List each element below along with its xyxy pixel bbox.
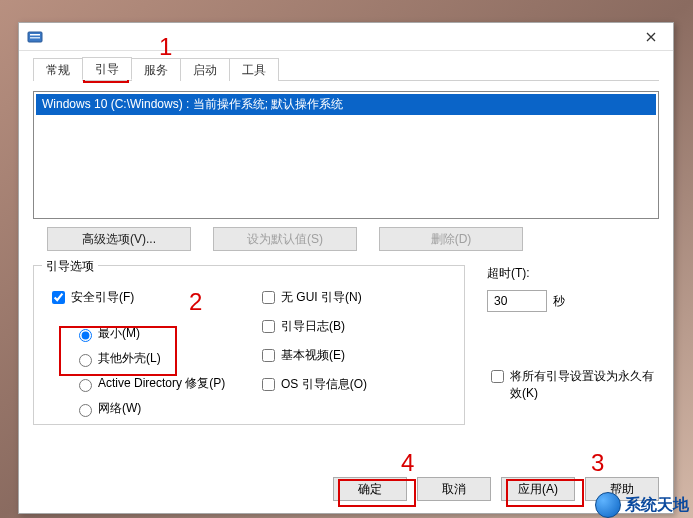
close-button[interactable]	[629, 23, 673, 51]
set-default-button: 设为默认值(S)	[213, 227, 357, 251]
safe-boot-label: 安全引导(F)	[71, 289, 134, 306]
bootlog-checkbox[interactable]: 引导日志(B)	[258, 317, 367, 336]
osbootinfo-input[interactable]	[262, 378, 275, 391]
dialog-body: 常规 引导 服务 启动 工具 Windows 10 (C:\Windows) :…	[19, 51, 673, 435]
no-gui-checkbox[interactable]: 无 GUI 引导(N)	[258, 288, 367, 307]
radio-minimal-label: 最小(M)	[98, 325, 140, 342]
radio-minimal[interactable]: 最小(M)	[74, 325, 258, 342]
radio-minimal-input[interactable]	[79, 329, 92, 342]
delete-button: 删除(D)	[379, 227, 523, 251]
boot-options-group: 引导选项 安全引导(F) 最小(M)	[33, 265, 465, 425]
bootlog-input[interactable]	[262, 320, 275, 333]
radio-adrepair[interactable]: Active Directory 修复(P)	[74, 375, 258, 392]
tab-general[interactable]: 常规	[33, 58, 83, 81]
svg-rect-2	[30, 37, 40, 39]
permanent-checkbox[interactable]: 将所有引导设置设为永久有效(K)	[487, 368, 659, 402]
watermark: 系统天地	[595, 492, 689, 518]
safe-boot-checkbox[interactable]: 安全引导(F)	[48, 288, 258, 307]
ok-button[interactable]: 确定	[333, 477, 407, 501]
basevideo-label: 基本视频(E)	[281, 347, 345, 364]
osbootinfo-checkbox[interactable]: OS 引导信息(O)	[258, 375, 367, 394]
safe-boot-radio-group: 最小(M) 其他外壳(L) Active Directory 修复(P)	[48, 325, 258, 417]
cancel-button[interactable]: 取消	[417, 477, 491, 501]
timeout-panel: 超时(T): 秒 将所有引导设置设为永久有效(K)	[465, 265, 659, 425]
radio-altshell-input[interactable]	[79, 354, 92, 367]
radio-altshell[interactable]: 其他外壳(L)	[74, 350, 258, 367]
msconfig-dialog: 常规 引导 服务 启动 工具 Windows 10 (C:\Windows) :…	[18, 22, 674, 514]
bootlog-label: 引导日志(B)	[281, 318, 345, 335]
boot-entry-list[interactable]: Windows 10 (C:\Windows) : 当前操作系统; 默认操作系统	[33, 91, 659, 219]
app-icon	[27, 29, 43, 45]
list-buttons-row: 高级选项(V)... 设为默认值(S) 删除(D)	[33, 227, 659, 251]
boot-options-title: 引导选项	[42, 258, 98, 275]
basevideo-checkbox[interactable]: 基本视频(E)	[258, 346, 367, 365]
no-gui-label: 无 GUI 引导(N)	[281, 289, 362, 306]
permanent-input[interactable]	[491, 370, 504, 383]
titlebar	[19, 23, 673, 51]
tab-bar: 常规 引导 服务 启动 工具	[33, 57, 659, 81]
radio-adrepair-label: Active Directory 修复(P)	[98, 375, 225, 392]
basevideo-input[interactable]	[262, 349, 275, 362]
tab-boot[interactable]: 引导	[82, 57, 132, 80]
radio-altshell-label: 其他外壳(L)	[98, 350, 161, 367]
radio-network-label: 网络(W)	[98, 400, 141, 417]
annotation-number-4: 4	[401, 449, 414, 477]
globe-icon	[595, 492, 621, 518]
watermark-text: 系统天地	[625, 495, 689, 516]
tab-tools[interactable]: 工具	[229, 58, 279, 81]
timeout-unit: 秒	[553, 293, 565, 310]
annotation-number-3: 3	[591, 449, 604, 477]
radio-adrepair-input[interactable]	[79, 379, 92, 392]
svg-rect-1	[30, 34, 40, 36]
radio-network-input[interactable]	[79, 404, 92, 417]
boot-entry-item[interactable]: Windows 10 (C:\Windows) : 当前操作系统; 默认操作系统	[36, 94, 656, 115]
radio-network[interactable]: 网络(W)	[74, 400, 258, 417]
no-gui-input[interactable]	[262, 291, 275, 304]
tab-startup[interactable]: 启动	[180, 58, 230, 81]
permanent-label: 将所有引导设置设为永久有效(K)	[510, 368, 659, 402]
safe-boot-input[interactable]	[52, 291, 65, 304]
tab-services[interactable]: 服务	[131, 58, 181, 81]
advanced-options-button[interactable]: 高级选项(V)...	[47, 227, 191, 251]
apply-button[interactable]: 应用(A)	[501, 477, 575, 501]
timeout-input[interactable]	[487, 290, 547, 312]
close-icon	[646, 32, 656, 42]
osbootinfo-label: OS 引导信息(O)	[281, 376, 367, 393]
timeout-label: 超时(T):	[487, 265, 659, 282]
lower-panel: 引导选项 安全引导(F) 最小(M)	[33, 265, 659, 425]
